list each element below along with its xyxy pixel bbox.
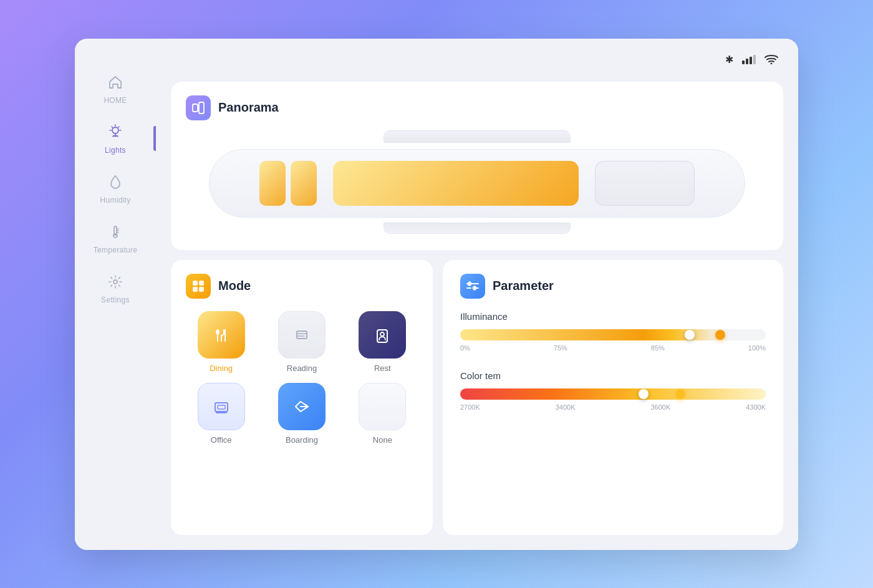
main-content: ✱ [156, 39, 798, 550]
seat-group-center [333, 161, 579, 206]
lights-icon [105, 122, 125, 142]
svg-rect-11 [193, 281, 198, 286]
svg-rect-19 [218, 405, 225, 409]
svg-rect-15 [297, 331, 307, 339]
mode-item-reading[interactable]: Reading [266, 311, 337, 373]
seat-lit-1 [259, 161, 286, 206]
rest-button[interactable] [359, 311, 406, 359]
mode-header: Mode [186, 274, 418, 299]
parameter-icon-box [460, 274, 485, 299]
bluetooth-icon: ✱ [725, 54, 733, 65]
sidebar-item-settings[interactable]: Settings [75, 263, 156, 313]
temperature-icon [105, 222, 125, 242]
mode-item-none[interactable]: None [347, 383, 418, 445]
illuminance-track [460, 329, 766, 340]
color-temp-row: Color tem 2700K 3400K 3600K 4300K [460, 370, 766, 411]
bottom-row: Mode Dining [171, 260, 783, 535]
svg-rect-5 [746, 59, 748, 64]
mode-card: Mode Dining [171, 260, 433, 535]
signal-icon [742, 54, 756, 64]
sidebar-label-home: HOME [104, 96, 127, 105]
dining-button[interactable] [198, 311, 245, 359]
sidebar: HOME Lights Humidity [75, 39, 156, 550]
sidebar-label-lights: Lights [105, 146, 126, 155]
mode-grid: Dining Reading [186, 311, 418, 445]
seat-group-left [259, 161, 317, 206]
color-temp-track [460, 388, 766, 400]
plane-body-container [209, 143, 745, 224]
svg-point-2 [113, 234, 117, 238]
sidebar-item-lights[interactable]: Lights [75, 113, 156, 163]
parameter-title: Parameter [493, 279, 554, 293]
sidebar-label-temperature: Temperature [94, 246, 138, 254]
parameter-section: Illuminance 0% 75% 85% 100% [460, 311, 766, 411]
color-temp-label-3400: 3400K [556, 403, 576, 411]
svg-point-3 [113, 280, 117, 284]
mode-icon-box [186, 274, 211, 299]
color-temp-label-3600: 3600K [650, 403, 670, 411]
svg-rect-9 [193, 104, 198, 112]
parameter-card: Parameter Illuminance 0% [443, 260, 783, 535]
none-label: None [373, 435, 392, 445]
illuminance-slider-container[interactable]: 0% 75% 85% 100% [460, 329, 766, 352]
illuminance-label: Illuminance [460, 311, 766, 322]
sidebar-item-humidity[interactable]: Humidity [75, 163, 156, 213]
illuminance-label-0: 0% [460, 344, 470, 352]
reading-button[interactable] [278, 311, 326, 359]
mode-item-dining[interactable]: Dining [186, 311, 256, 373]
panorama-icon-box [186, 95, 211, 120]
wing-top [383, 130, 571, 143]
illuminance-label-85: 85% [651, 344, 665, 352]
boarding-label: Boarding [286, 435, 318, 445]
svg-rect-14 [199, 287, 204, 292]
panorama-title: Panorama [218, 100, 279, 115]
illuminance-row: Illuminance 0% 75% 85% 100% [460, 311, 766, 352]
svg-point-0 [112, 127, 118, 133]
plane-fuselage [209, 149, 745, 218]
rest-label: Rest [374, 364, 391, 373]
svg-rect-7 [753, 55, 756, 64]
dining-label: Dining [210, 364, 233, 373]
color-temp-thumb-1[interactable] [639, 389, 649, 399]
parameter-header: Parameter [460, 274, 766, 299]
color-temp-label: Color tem [460, 370, 766, 381]
mode-item-boarding[interactable]: Boarding [266, 383, 337, 445]
mode-item-office[interactable]: Office [186, 383, 256, 445]
home-icon [105, 72, 125, 92]
reading-label: Reading [287, 364, 317, 373]
mode-item-rest[interactable]: Rest [347, 311, 418, 373]
illuminance-thumb-1[interactable] [685, 330, 695, 340]
illuminance-label-75: 75% [554, 344, 567, 352]
humidity-icon [105, 172, 125, 192]
svg-rect-18 [215, 403, 228, 412]
device-frame: HOME Lights Humidity [75, 39, 798, 550]
panorama-card: Panorama [171, 82, 783, 250]
svg-rect-6 [750, 57, 752, 64]
svg-rect-12 [199, 281, 204, 286]
status-bar: ✱ [171, 51, 783, 72]
svg-rect-13 [193, 287, 198, 292]
color-temp-label-4300: 4300K [746, 403, 766, 411]
illuminance-labels: 0% 75% 85% 100% [460, 344, 766, 352]
sidebar-item-home[interactable]: HOME [75, 64, 156, 113]
svg-rect-4 [742, 60, 745, 64]
wing-bottom [383, 223, 571, 234]
illuminance-thumb-2[interactable] [715, 330, 725, 340]
settings-icon [105, 272, 125, 292]
boarding-button[interactable] [278, 383, 326, 430]
sidebar-label-humidity: Humidity [100, 196, 130, 205]
panorama-header: Panorama [186, 95, 768, 120]
color-temp-labels: 2700K 3400K 3600K 4300K [460, 403, 766, 411]
svg-point-17 [380, 332, 384, 336]
none-button[interactable] [359, 383, 406, 430]
svg-rect-10 [199, 102, 204, 113]
wifi-icon [764, 54, 778, 64]
mode-title: Mode [218, 279, 251, 293]
color-temp-slider-container[interactable]: 2700K 3400K 3600K 4300K [460, 388, 766, 411]
seat-group-right [595, 161, 695, 206]
plane-visualization [186, 130, 768, 236]
color-temp-thumb-2[interactable] [675, 389, 685, 399]
seat-lit-2 [291, 161, 317, 206]
office-button[interactable] [198, 383, 245, 430]
sidebar-item-temperature[interactable]: Temperature [75, 213, 156, 263]
